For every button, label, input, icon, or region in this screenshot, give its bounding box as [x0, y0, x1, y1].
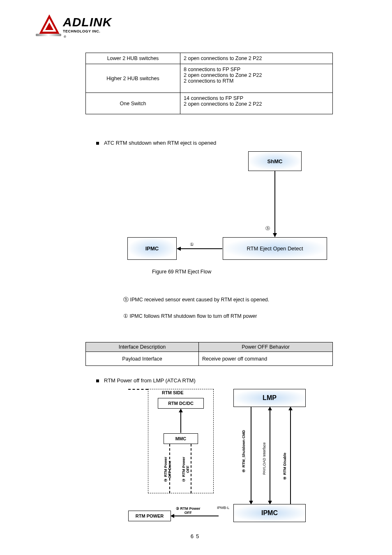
t1-r1c2: 2 open connections to Zone 2 P22 [180, 53, 333, 64]
vlabel-disable: ④ RTM Disable [283, 453, 287, 480]
logo-icon [39, 14, 60, 34]
t1-r2c2: 8 connections to FP SFP 2 open connectio… [180, 64, 333, 93]
interface-table: Interface Description Power OFF Behavior… [85, 342, 333, 366]
registered-mark: ® [64, 35, 66, 39]
rtm-power-box: RTM POWER [128, 511, 171, 521]
rtm-eject-diagram: ShMC IPMC RTM Eject Open Detect ⓢ ① Figu… [127, 149, 333, 276]
vlabel-shutdown: ⑤ RTM_Shutdown CMD [242, 430, 246, 473]
logo-text: ADLINK TECHNOLOGY INC. [63, 15, 112, 33]
note-s: ⓢ IPMC received sensor event caused by R… [123, 296, 269, 304]
vlabel-payload: PAYLOAD Interface [262, 442, 266, 475]
bullet-2: RTM Power off from LMP (ATCA RTM) [96, 377, 196, 384]
vlabel-off-done: ② RTM Power OFF Done [164, 457, 172, 482]
adlink-logo: ADLINK TECHNOLOGY INC. [39, 14, 112, 34]
arrow-lmp-2 [270, 407, 270, 504]
arrow-mmc-dcdc [180, 409, 181, 433]
rtm-dcdc-box: RTM DC/DC [158, 398, 204, 409]
rtm-side-label: RTM SIDE [162, 390, 184, 395]
marker-1: ① [190, 242, 194, 247]
rtm-eject-box: RTM Eject Open Detect [223, 237, 327, 260]
hlabel-rtm-off: ③ RTM Power OFF [176, 507, 201, 515]
t2-r1c2: Receive power off command [199, 352, 333, 366]
t2-h2: Power OFF Behavior [199, 342, 333, 352]
arrow-shmc-eject [274, 171, 275, 237]
page-number: 65 [0, 533, 392, 539]
shmc-box: ShMC [248, 151, 302, 171]
t1-r3c1: One Switch [86, 93, 180, 114]
ipmc-box-2: IPMC [233, 504, 306, 522]
arrow-lmp-3 [290, 407, 291, 504]
logo-name: ADLINK [63, 15, 112, 29]
bullet-icon [96, 142, 99, 145]
t1-r2c1: Higher 2 HUB switches [86, 64, 180, 93]
ipmb-l-label: IPMB-L [217, 506, 229, 510]
rtm-power-off-diagram: RTM SIDE RTM DC/DC MMC RTM POWER LMP IPM… [128, 389, 332, 524]
ipmb-l-line [128, 389, 148, 390]
marker-s: ⓢ [265, 225, 270, 231]
note-1: ① IPMC follows RTM shutdown flow to turn… [123, 312, 257, 320]
t1-r1c1: Lower 2 HUB switches [86, 53, 180, 64]
t2-h1: Interface Description [86, 342, 199, 352]
vlabel-off: ① RTM Power OFF [182, 457, 190, 482]
arrow-rtm-power [171, 516, 219, 516]
mmc-box: MMC [164, 433, 198, 444]
bullet-1: ATC RTM shutdown when RTM eject is opene… [96, 140, 216, 146]
t2-r1c1: Payload Interface [86, 352, 199, 366]
logo-sub: TECHNOLOGY INC. [63, 29, 112, 33]
bullet-icon [96, 379, 99, 382]
switch-table: Lower 2 HUB switches 2 open connections … [85, 53, 333, 114]
arrow-lmp-1 [251, 407, 251, 504]
ipmc-box: IPMC [127, 237, 177, 260]
logo-base [36, 34, 61, 36]
t1-r3c2: 14 connections to FP SFP 2 open connecti… [180, 93, 333, 114]
lmp-box: LMP [233, 389, 306, 407]
figure-caption: Figure 69 RTM Eject Flow [152, 269, 211, 275]
dash-2 [191, 444, 191, 493]
arrow-eject-ipmc [177, 248, 222, 249]
